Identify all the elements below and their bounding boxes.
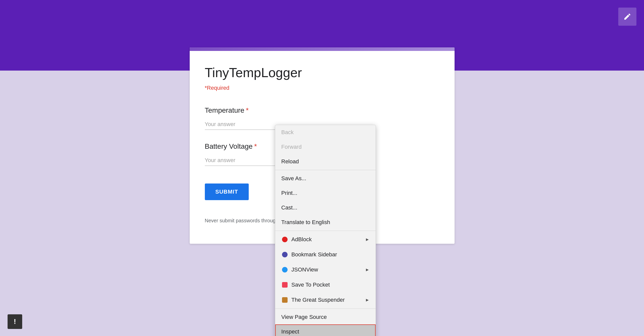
suspender-icon	[281, 296, 288, 303]
context-menu: Back Forward Reload Save As... Print... …	[275, 125, 376, 336]
context-menu-translate-label: Translate to English	[281, 219, 370, 226]
context-menu-item-pocket[interactable]: Save To Pocket	[275, 277, 376, 292]
context-menu-item-cast[interactable]: Cast...	[275, 200, 376, 215]
context-menu-item-jsonview[interactable]: JSONView ►	[275, 262, 376, 277]
context-menu-item-view-source[interactable]: View Page Source	[275, 310, 376, 324]
context-menu-item-adblock[interactable]: AdBlock ►	[275, 232, 376, 247]
context-menu-item-forward[interactable]: Forward	[275, 140, 376, 154]
context-menu-item-back[interactable]: Back	[275, 125, 376, 140]
warning-icon-text: !	[14, 318, 16, 326]
context-menu-item-suspender[interactable]: The Great Suspender ►	[275, 292, 376, 308]
context-menu-adblock-label: AdBlock	[291, 236, 362, 243]
context-menu-save-as-label: Save As...	[281, 175, 370, 182]
context-menu-separator-2	[275, 231, 376, 231]
adblock-icon	[281, 236, 288, 243]
pocket-icon	[281, 281, 288, 288]
context-menu-item-bookmark-sidebar[interactable]: Bookmark Sidebar	[275, 247, 376, 262]
context-menu-separator-1	[275, 170, 376, 170]
context-menu-cast-label: Cast...	[281, 204, 370, 211]
temperature-label: Temperature *	[205, 106, 439, 114]
form-accent-bar	[190, 47, 455, 51]
context-menu-inspect-label: Inspect	[281, 328, 370, 335]
context-menu-suspender-label: The Great Suspender	[291, 297, 362, 303]
jsonview-arrow-icon: ►	[365, 267, 370, 272]
context-menu-forward-label: Forward	[281, 144, 370, 150]
context-menu-back-label: Back	[281, 129, 370, 136]
submit-button[interactable]: SUBMIT	[205, 184, 249, 200]
context-menu-pocket-label: Save To Pocket	[291, 282, 370, 288]
temperature-required-star: *	[246, 106, 249, 114]
context-menu-item-inspect[interactable]: Inspect	[275, 324, 376, 336]
required-label: *Required	[205, 85, 439, 91]
battery-voltage-required-star: *	[254, 142, 257, 150]
context-menu-jsonview-label: JSONView	[291, 266, 362, 273]
context-menu-item-print[interactable]: Print...	[275, 186, 376, 200]
context-menu-item-translate[interactable]: Translate to English	[275, 215, 376, 230]
edit-button[interactable]	[618, 8, 636, 26]
warning-icon: !	[8, 314, 22, 329]
context-menu-view-source-label: View Page Source	[281, 314, 370, 320]
context-menu-reload-label: Reload	[281, 158, 370, 165]
jsonview-icon	[281, 266, 288, 273]
pencil-icon	[623, 13, 631, 21]
context-menu-item-reload[interactable]: Reload	[275, 154, 376, 169]
adblock-arrow-icon: ►	[365, 237, 370, 242]
context-menu-item-save-as[interactable]: Save As...	[275, 171, 376, 186]
bookmark-sidebar-icon	[281, 251, 288, 258]
context-menu-separator-3	[275, 309, 376, 309]
context-menu-print-label: Print...	[281, 190, 370, 196]
form-title: TinyTempLogger	[205, 65, 439, 80]
context-menu-bookmark-sidebar-label: Bookmark Sidebar	[291, 251, 370, 258]
suspender-arrow-icon: ►	[365, 297, 370, 303]
